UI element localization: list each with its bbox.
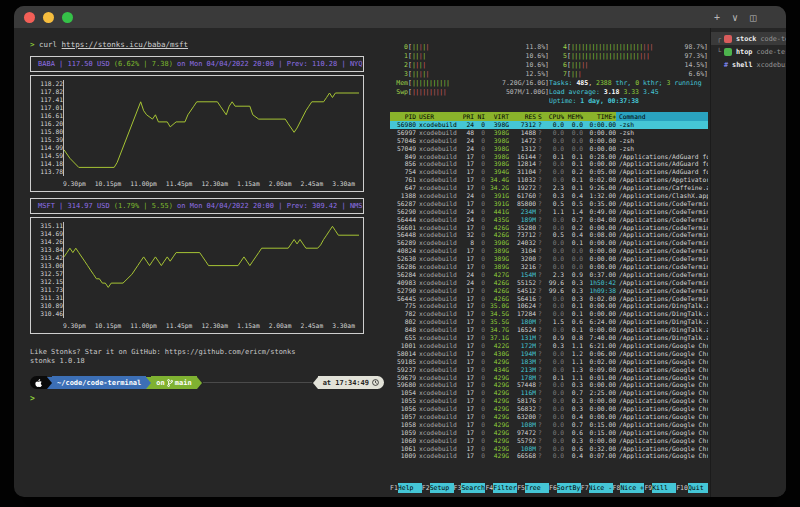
x-tick-label: 2.45am bbox=[300, 180, 323, 187]
uptime: Uptime: 1 day, 00:37:38 bbox=[549, 97, 708, 106]
process-row[interactable]: 56997xcodebuild480398G1488?0.00.00:00.00… bbox=[390, 129, 708, 137]
prompt-fill-line bbox=[203, 382, 312, 383]
fkey-nice[interactable]: F8Nice + bbox=[613, 483, 645, 493]
y-tick-label: 313.42 bbox=[33, 254, 63, 262]
panel-item-htop[interactable]: └htopcode-terminal bbox=[711, 45, 786, 58]
process-row[interactable]: 57046xcodebuild240398G1472?0.00.00:00.00… bbox=[390, 137, 708, 145]
process-row[interactable]: 56980xcodebuild240398G7312?0.00.00:00.00… bbox=[390, 121, 708, 129]
column-header-mem[interactable]: MEM% bbox=[564, 112, 583, 121]
panel-item-stock[interactable]: ┌stockcode-terminal bbox=[711, 32, 786, 45]
process-row[interactable]: 58014xcodebuild170430G194M?0.01.20:06.00… bbox=[390, 350, 708, 358]
column-header-ni[interactable]: NI bbox=[474, 112, 485, 121]
process-row[interactable]: 802xcodebuild17035.5G180M?1.50.66:24.00/… bbox=[390, 318, 708, 326]
process-row[interactable]: 1061xcodebuild170429G108M?0.00.60:32.00/… bbox=[390, 445, 708, 453]
y-tick-label: 311.73 bbox=[33, 286, 63, 294]
column-header-res[interactable]: RES bbox=[509, 112, 536, 121]
process-row[interactable]: 655xcodebuild17037.1G131M?0.90.87:40.00/… bbox=[390, 334, 708, 342]
process-row[interactable]: 1055xcodebuild170429G58176?0.00.30:00.00… bbox=[390, 397, 708, 405]
cwd-segment: ~/code/code-terminal bbox=[52, 376, 146, 389]
titlebar-actions: + ∨ ◫ bbox=[714, 6, 756, 28]
fkey-kill[interactable]: F9Kill bbox=[644, 483, 676, 493]
process-row[interactable]: 56289xcodebuild80390G24032?0.00.10:00.00… bbox=[390, 239, 708, 247]
chevron-down-icon[interactable]: ∨ bbox=[732, 12, 738, 23]
process-row[interactable]: 1388xcodebuild240391G61760?0.30.41:32.00… bbox=[390, 192, 708, 200]
process-row[interactable]: 52630xcodebuild170389G3200?0.00.00:00.00… bbox=[390, 255, 708, 263]
zoom-button[interactable] bbox=[62, 12, 73, 23]
fkey-sortby[interactable]: F6SortBy bbox=[549, 483, 581, 493]
process-row[interactable]: 1057xcodebuild170429G63200?0.00.40:00.00… bbox=[390, 413, 708, 421]
process-row[interactable]: 782xcodebuild17034.5G17284?0.00.10:00.00… bbox=[390, 310, 708, 318]
process-row[interactable]: 56290xcodebuild240441G234M?1.11.40:49.00… bbox=[390, 208, 708, 216]
process-row[interactable]: 56448xcodebuild320426G73712?0.50.40:08.0… bbox=[390, 231, 708, 239]
x-tick-label: 1.15am bbox=[237, 322, 260, 329]
time-segment: at 17:34:49 bbox=[318, 376, 384, 389]
process-row[interactable]: 40983xcodebuild240426G55152?99.60.31h50:… bbox=[390, 279, 708, 287]
split-panel-icon[interactable]: ◫ bbox=[750, 12, 756, 23]
close-button[interactable] bbox=[24, 12, 35, 23]
process-row[interactable]: 775xcodebuild17035.0G10624?0.00.10:00.00… bbox=[390, 302, 708, 310]
process-row[interactable]: 59679xcodebuild170429G178M?0.11.10:01.00… bbox=[390, 374, 708, 382]
process-row[interactable]: 1054xcodebuild170429G116M?0.00.72:25.00/… bbox=[390, 389, 708, 397]
process-row[interactable]: 56444xcodebuild240435G189M?0.00.70:04.00… bbox=[390, 216, 708, 224]
fkey-tree[interactable]: F5Tree bbox=[517, 483, 549, 493]
stonks-terminal-pane[interactable]: > curl https://stonks.icu/baba/msft BABA… bbox=[14, 28, 388, 497]
fkey-filter[interactable]: F4Filter bbox=[485, 483, 517, 493]
fkey-help[interactable]: F1Help bbox=[390, 483, 422, 493]
process-row[interactable]: 59680xcodebuild170429G57448?0.00.30:00.0… bbox=[390, 381, 708, 389]
process-row[interactable]: 56445xcodebuild170426G56416?0.00.30:02.0… bbox=[390, 295, 708, 303]
column-header-command[interactable]: Command bbox=[616, 112, 708, 121]
x-tick-label: 3.30am bbox=[332, 322, 355, 329]
process-row[interactable]: 56287xcodebuild170391G85800?0.50.50:35.0… bbox=[390, 200, 708, 208]
process-row[interactable]: 848xcodebuild17034.7G16524?0.00.10:00.00… bbox=[390, 326, 708, 334]
fkey-setup[interactable]: F2Setup bbox=[422, 483, 454, 493]
process-row[interactable]: 1059xcodebuild170429G97472?0.00.60:15.00… bbox=[390, 429, 708, 437]
y-tick-label: 118.22 bbox=[33, 80, 63, 88]
column-header-cpu[interactable]: CPU% bbox=[544, 112, 564, 121]
process-row[interactable]: 1060xcodebuild170429G55792?0.00.30:00.00… bbox=[390, 437, 708, 445]
process-row[interactable]: 1056xcodebuild170429G56832?0.00.30:00.00… bbox=[390, 405, 708, 413]
y-tick-label: 114.59 bbox=[33, 152, 63, 160]
panel-item-shell[interactable]: #shellxcodebuild bbox=[711, 58, 786, 71]
htop-pane[interactable]: 0[|||||11.8%]1[||||10.6%]2[||||10.6%]3[|… bbox=[388, 28, 710, 497]
process-row[interactable]: 1058xcodebuild170429G108M?0.00.70:15.00/… bbox=[390, 421, 708, 429]
column-header-time[interactable]: TIME+ bbox=[583, 112, 616, 121]
fkey-nice[interactable]: F7Nice - bbox=[581, 483, 613, 493]
process-row[interactable]: 56286xcodebuild170389G3216?0.00.00:00.00… bbox=[390, 263, 708, 271]
y-tick-label: 117.41 bbox=[33, 96, 63, 104]
panel-list: ┌stockcode-terminal└htopcode-terminal#sh… bbox=[711, 32, 786, 71]
baba-header: BABA | 117.50 USD (6.62% | 7.38) on Mon … bbox=[30, 56, 364, 72]
process-row[interactable]: 1009xcodebuild170429G66568?0.00.40:07.00… bbox=[390, 452, 708, 460]
process-row[interactable]: 40824xcodebuild170389G3104?0.00.00:00.00… bbox=[390, 247, 708, 255]
y-tick-label: 310.89 bbox=[33, 302, 63, 310]
process-row[interactable]: 52790xcodebuild170426G54512?99.60.31h09:… bbox=[390, 287, 708, 295]
x-tick-label: 12.30am bbox=[201, 322, 228, 329]
column-header-user[interactable]: USER bbox=[416, 112, 459, 121]
process-row[interactable]: 59237xcodebuild170434G213M?0.01.30:09.00… bbox=[390, 366, 708, 374]
fkey-search[interactable]: F3Search bbox=[454, 483, 486, 493]
column-header-pri[interactable]: PRI bbox=[459, 112, 474, 121]
git-branch-icon bbox=[167, 379, 173, 387]
process-row[interactable]: 849xcodebuild170398G16144?0.10.10:28.00/… bbox=[390, 153, 708, 161]
process-row[interactable]: 59185xcodebuild170429G183M?0.01.10:02.00… bbox=[390, 358, 708, 366]
process-row[interactable]: 1001xcodebuild170422G172M?0.31.16:21.00/… bbox=[390, 342, 708, 350]
minimize-button[interactable] bbox=[43, 12, 54, 23]
column-header-pid[interactable]: PID bbox=[390, 112, 416, 121]
process-table-header[interactable]: PIDUSERPRINIVIRTRESSCPU%MEM%TIME+Command bbox=[390, 112, 708, 121]
column-header-virt[interactable]: VIRT bbox=[485, 112, 509, 121]
process-row[interactable]: 754xcodebuild170394G31104?0.00.20:05.00/… bbox=[390, 168, 708, 176]
apple-segment bbox=[30, 376, 47, 389]
process-row[interactable]: 57049xcodebuild240398G1312?0.00.00:00.00… bbox=[390, 145, 708, 153]
process-row[interactable]: 647xcodebuild17034.2G19272?2.30.19:26.00… bbox=[390, 184, 708, 192]
process-row[interactable]: 56601xcodebuild170426G35280?0.00.20:00.0… bbox=[390, 224, 708, 232]
column-header-s[interactable]: S bbox=[536, 112, 544, 121]
add-pane-button[interactable]: + bbox=[714, 12, 720, 23]
powerline-separator bbox=[197, 377, 202, 389]
process-row[interactable]: 761xcodebuild17034.4G11032?0.00.10:02.00… bbox=[390, 176, 708, 184]
fkey-quit[interactable]: F10Quit bbox=[676, 483, 708, 493]
command-line: > curl https://stonks.icu/baba/msft bbox=[30, 40, 384, 50]
process-row[interactable]: 856xcodebuild170398G12814?0.00.10:00.00/… bbox=[390, 160, 708, 168]
process-row[interactable]: 56284xcodebuild240427G154M?2.30.90:37.00… bbox=[390, 271, 708, 279]
process-table: 56980xcodebuild240398G7312?0.00.00:00.00… bbox=[390, 121, 708, 482]
x-tick-label: 2.45am bbox=[300, 322, 323, 329]
meters-left-column: 0[|||||11.8%]1[||||10.6%]2[||||10.6%]3[|… bbox=[390, 43, 549, 106]
